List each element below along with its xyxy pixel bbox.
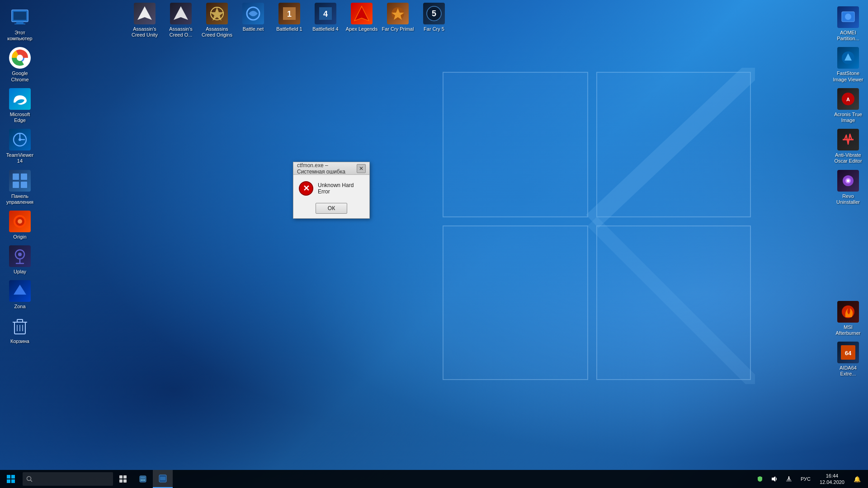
dialog-footer: ОК (293, 200, 369, 218)
taskbar-active-app[interactable] (153, 470, 173, 488)
svg-marker-11 (174, 6, 188, 20)
desktop-icon-revo[interactable]: Revo Uninstaller (830, 167, 866, 208)
dialog-close-button[interactable]: ✕ (357, 164, 366, 173)
svg-rect-35 (13, 182, 19, 188)
edge-icon (9, 88, 31, 110)
anti-vibrate-icon (837, 129, 859, 150)
acronis-label: Acronis True Image (832, 112, 864, 123)
faststone-label: FastStone Image Viewer (832, 70, 864, 82)
desktop-icon-acronis[interactable]: A Acronis True Image (830, 85, 866, 126)
start-button[interactable] (0, 470, 22, 488)
bf4-icon: 4 (315, 3, 336, 24)
svg-rect-72 (123, 479, 127, 483)
svg-point-39 (18, 219, 22, 224)
control-panel-icon (9, 170, 31, 192)
svg-rect-66 (11, 479, 15, 483)
desktop-icon-aida64[interactable]: 64 AIDA64 Extre... (830, 339, 866, 380)
desktop-icon-anti-vibrate[interactable]: Anti-Vibrate Oscar Editor (830, 126, 866, 167)
desktop-icon-battlenet[interactable]: Battle.net (235, 0, 271, 41)
svg-rect-33 (13, 174, 19, 180)
svg-point-41 (18, 253, 22, 256)
tray-notification-button[interactable]: 🔔 (850, 470, 864, 488)
svg-rect-84 (788, 476, 789, 478)
aida64-icon: 64 (837, 342, 859, 363)
svg-rect-81 (786, 480, 792, 482)
svg-rect-79 (160, 477, 165, 480)
farcry-primal-icon (387, 3, 409, 24)
uplay-label: Uplay (14, 269, 26, 275)
desktop-icon-bf4[interactable]: 4 Battlefield 4 (307, 0, 344, 41)
svg-text:1: 1 (287, 9, 292, 19)
svg-rect-26 (16, 22, 24, 23)
taskbar-calc-button[interactable] (133, 470, 153, 488)
ac-origins-icon (206, 3, 228, 24)
tray-speaker-icon[interactable] (768, 470, 781, 488)
teamviewer-icon (9, 129, 31, 150)
left-icon-column: Этоткомпьютер GoogleChrome MicrosoftEdge… (0, 0, 38, 347)
zona-label: Zona (14, 304, 25, 310)
zona-icon (9, 280, 31, 302)
dialog-message: Unknown Hard Error (318, 182, 364, 195)
svg-rect-47 (17, 319, 23, 322)
desktop-icon-control-panel[interactable]: Панельуправления (2, 167, 38, 208)
desktop-icon-ac-origins[interactable]: Assassins Creed Origins (199, 0, 235, 41)
farcry-primal-label: Far Cry Primal (382, 26, 414, 32)
battlenet-icon (242, 3, 264, 24)
taskbar: РУС 16:44 12.04.2020 🔔 (0, 470, 868, 488)
tray-shield-icon[interactable] (754, 470, 766, 488)
dialog-title: ctfmon.exe – Системная ошибка (297, 162, 357, 175)
desktop-icon-this-pc[interactable]: Этоткомпьютер (2, 4, 38, 44)
chrome-label: GoogleChrome (11, 70, 28, 82)
right-icon-column: AOMEI Partition... FastStone Image Viewe… (830, 0, 868, 380)
apex-icon (351, 3, 373, 24)
ac-origins-label: Assassins Creed Origins (201, 26, 233, 38)
svg-text:4: 4 (323, 9, 328, 19)
dialog-titlebar: ctfmon.exe – Системная ошибка ✕ (293, 162, 369, 175)
desktop-icon-faststone[interactable]: FastStone Image Viewer (830, 44, 866, 85)
chrome-icon (9, 47, 31, 69)
dialog-ok-button[interactable]: ОК (316, 203, 347, 214)
desktop-icon-recycle-bin[interactable]: Корзина (2, 312, 38, 347)
ac-credo-label: Assassin's Creed O... (165, 26, 197, 38)
tray-language[interactable]: РУС (797, 470, 814, 488)
desktop-icon-chrome[interactable]: GoogleChrome (2, 44, 38, 85)
desktop-icon-farcry5[interactable]: 5 Far Cry 5 (416, 0, 452, 41)
desktop-icon-edge[interactable]: MicrosoftEdge (2, 85, 38, 126)
farcry5-icon: 5 (423, 3, 445, 24)
task-view-button[interactable] (113, 470, 133, 488)
desktop-icon-ac-unity[interactable]: Assassin's Creed Unity (127, 0, 163, 41)
desktop-icon-origin[interactable]: Origin (2, 208, 38, 243)
svg-rect-25 (14, 12, 26, 20)
svg-rect-1 (443, 72, 588, 217)
desktop-icon-teamviewer[interactable]: TeamViewer14 (2, 126, 38, 167)
svg-marker-19 (354, 6, 369, 21)
svg-rect-36 (21, 182, 27, 188)
desktop-icon-ac-credo[interactable]: Assassin's Creed O... (163, 0, 199, 41)
svg-point-67 (27, 477, 31, 481)
svg-rect-74 (141, 477, 145, 479)
desktop-icon-aomei[interactable]: AOMEI Partition... (830, 4, 866, 44)
teamviewer-label: TeamViewer14 (6, 152, 33, 164)
taskbar-search[interactable] (23, 472, 113, 486)
desktop-icon-bf1[interactable]: 1 Battlefield 1 (271, 0, 307, 41)
tray-clock[interactable]: 16:44 12.04.2020 (816, 470, 848, 488)
svg-rect-82 (787, 479, 791, 480)
svg-rect-65 (7, 479, 10, 483)
svg-text:A: A (846, 97, 850, 102)
svg-point-32 (19, 138, 21, 141)
desktop-icon-zona[interactable]: Zona (2, 277, 38, 312)
windows-logo-decoration (439, 68, 755, 384)
desktop-icon-farcry-primal[interactable]: Far Cry Primal (380, 0, 416, 41)
tray-network-icon[interactable] (783, 470, 795, 488)
ac-unity-icon (134, 3, 156, 24)
svg-rect-70 (123, 475, 127, 479)
recycle-bin-label: Корзина (10, 338, 29, 344)
svg-rect-71 (119, 479, 123, 483)
svg-text:64: 64 (845, 350, 852, 357)
desktop-icon-apex[interactable]: Apex Legends (344, 0, 380, 41)
farcry5-label: Far Cry 5 (424, 26, 444, 32)
desktop-icon-msi-afterburner[interactable]: MSI Afterburner (830, 298, 866, 339)
error-dialog[interactable]: ctfmon.exe – Системная ошибка ✕ ✕ Unknow… (293, 162, 370, 219)
desktop-icon-uplay[interactable]: Uplay (2, 243, 38, 277)
svg-marker-44 (14, 285, 26, 295)
